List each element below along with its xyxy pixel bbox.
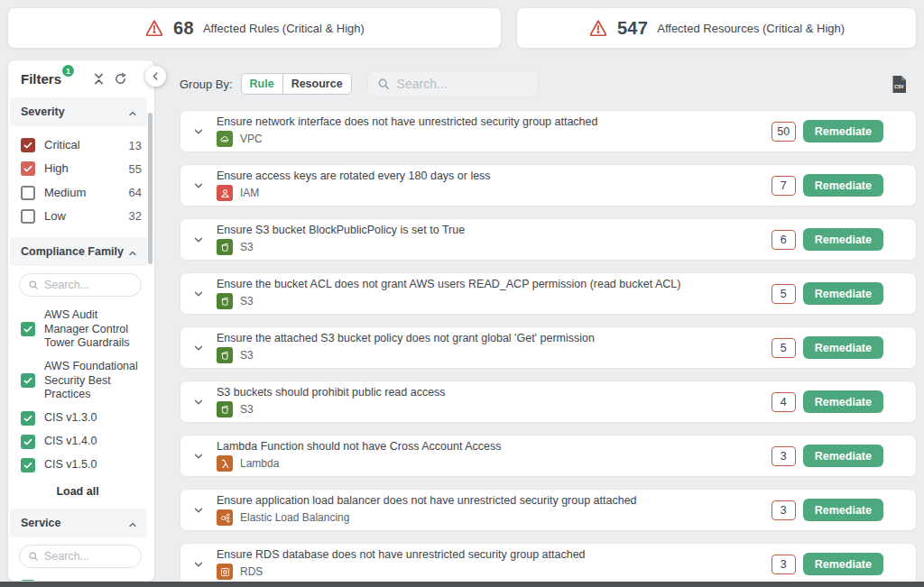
checkbox-checked-icon[interactable] [21,161,35,176]
reset-filters-icon[interactable] [114,72,127,86]
compliance-family-search-input[interactable] [44,279,133,291]
rule-row-actions: 5Remediate [772,336,883,359]
rule-service-label: S3 [240,403,254,416]
rules-search[interactable] [367,70,539,97]
warning-triangle-icon [588,18,608,38]
compliance-family-section-header[interactable]: Compliance Family [10,237,147,266]
collapse-sections-icon[interactable] [92,72,106,86]
checkbox-checked-icon[interactable] [21,411,35,426]
iam-icon [217,185,233,201]
checkbox-unchecked-icon[interactable] [21,209,35,224]
affected-resources-count: 547 [617,18,648,39]
rule-service-label: Elastic Load Balancing [240,511,349,524]
filter-option-label: CIS v1.3.0 [44,411,97,426]
search-icon [377,78,390,90]
rule-title: Ensure access keys are rotated every 180… [217,170,491,182]
service-search-input[interactable] [44,550,133,563]
remediate-button[interactable]: Remediate [803,390,883,413]
filter-option-label: Account [44,580,87,581]
rule-service-line: S3 [217,347,595,363]
affected-count-badge: 3 [772,500,796,520]
rule-service-label: RDS [240,565,263,578]
affected-rules-count: 68 [173,18,194,39]
bottom-edge-strip [0,582,924,587]
csv-file-icon[interactable]: CSV [892,75,907,94]
remediate-button[interactable]: Remediate [803,282,883,305]
expand-chevron-down-icon[interactable] [192,288,205,300]
rule-text-block: Ensure network interface does not have u… [217,115,597,147]
filter-option-label: AWS Foundational Security Best Practices [44,360,142,402]
affected-resources-card: 547 Affected Resources (Critical & High) [516,7,917,49]
remediate-button[interactable]: Remediate [803,174,883,197]
load-all-button[interactable]: Load all [8,477,147,505]
compliance-family-filter-list: AWS Audit Manager Control Tower Guardrai… [8,304,147,477]
affected-count-badge: 6 [772,230,796,250]
rule-service-label: VPC [240,133,263,145]
filter-option-cis-v1-4-0[interactable]: CIS v1.4.0 [8,430,147,454]
affected-count-badge: 3 [772,446,796,466]
filter-option-cis-v1-3-0[interactable]: CIS v1.3.0 [8,407,147,430]
affected-resources-label: Affected Resources (Critical & High) [657,22,845,35]
filter-option-high[interactable]: High55 [8,157,147,180]
affected-count-badge: 4 [772,392,796,412]
remediate-button[interactable]: Remediate [803,228,883,251]
expand-chevron-down-icon[interactable] [192,125,205,138]
severity-filter-list: Critical13High55Medium64Low32 [8,133,147,228]
checkbox-checked-icon[interactable] [21,580,35,581]
filters-body: Severity Critical13High55Medium64Low32 C… [8,94,154,581]
sidebar-scrollbar[interactable] [148,113,152,264]
checkbox-checked-icon[interactable] [21,435,35,449]
remediate-button[interactable]: Remediate [803,553,883,575]
expand-chevron-down-icon[interactable] [192,234,205,246]
checkbox-checked-icon[interactable] [21,138,35,152]
rule-row: Ensure S3 bucket BlockPublicPolicy is se… [180,218,917,261]
filter-option-label: High [44,161,69,176]
filter-option-aws-audit-manager-control-tower-guardrails[interactable]: AWS Audit Manager Control Tower Guardrai… [8,304,147,355]
service-search[interactable] [19,545,142,568]
rule-text-block: Ensure application load balancer does no… [217,494,637,526]
rule-row-actions: 5Remediate [772,282,883,305]
rules-search-input[interactable] [397,77,529,91]
group-by-rule-option[interactable]: Rule [242,74,282,94]
expand-chevron-down-icon[interactable] [192,342,205,354]
group-by-segmented-control: Rule Resource [241,73,352,95]
rule-title: S3 buckets should prohibit public read a… [217,386,446,399]
expand-chevron-down-icon[interactable] [192,504,205,517]
search-icon [28,280,39,290]
severity-section-label: Severity [21,105,65,118]
expand-chevron-down-icon[interactable] [192,396,205,408]
rule-service-label: S3 [240,349,254,362]
rule-service-line: RDS [217,564,586,580]
remediate-button[interactable]: Remediate [803,499,883,521]
remediate-button[interactable]: Remediate [803,445,883,467]
rule-text-block: Ensure the attached S3 bucket policy doe… [217,332,595,363]
filter-option-low[interactable]: Low32 [8,205,147,228]
checkbox-checked-icon[interactable] [21,373,35,388]
expand-chevron-down-icon[interactable] [192,179,205,192]
compliance-family-search[interactable] [19,273,142,297]
expand-chevron-down-icon[interactable] [192,450,205,463]
remediate-button[interactable]: Remediate [803,120,883,142]
collapse-panel-button[interactable] [145,66,166,87]
rule-text-block: Ensure the bucket ACL does not grant AWS… [217,278,680,309]
rule-row-actions: 4Remediate [772,390,883,413]
group-by-resource-option[interactable]: Resource [282,74,351,94]
expand-chevron-down-icon[interactable] [192,558,205,571]
rule-service-line: IAM [217,185,491,201]
filter-option-aws-foundational-security-best-practices[interactable]: AWS Foundational Security Best Practices [8,355,147,407]
vpc-icon [217,131,233,147]
rule-row: S3 buckets should prohibit public read a… [180,381,917,423]
filter-option-account[interactable]: Account [8,575,147,581]
checkbox-checked-icon[interactable] [21,322,35,336]
filter-option-medium[interactable]: Medium64 [8,181,147,205]
checkbox-unchecked-icon[interactable] [21,186,35,200]
checkbox-checked-icon[interactable] [21,458,35,472]
service-section-header[interactable]: Service [10,509,147,537]
remediate-button[interactable]: Remediate [803,336,883,359]
filter-option-cis-v1-5-0[interactable]: CIS v1.5.0 [8,454,147,477]
rule-row-actions: 7Remediate [772,174,883,197]
filter-option-critical[interactable]: Critical13 [8,133,147,157]
filters-title: Filters 1 [21,71,61,87]
severity-section-header[interactable]: Severity [10,97,147,126]
filter-option-label: Low [44,209,66,224]
